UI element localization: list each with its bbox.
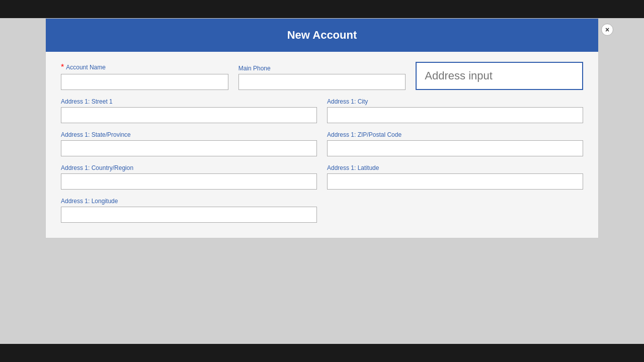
country-group: Address 1: Country/Region xyxy=(61,164,317,190)
city-label: Address 1: City xyxy=(327,98,583,105)
account-name-input[interactable] xyxy=(61,74,228,90)
country-label: Address 1: Country/Region xyxy=(61,164,317,171)
state-label: Address 1: State/Province xyxy=(61,131,317,138)
main-phone-group: Main Phone xyxy=(238,65,406,90)
city-input[interactable] xyxy=(327,107,583,123)
latitude-input[interactable] xyxy=(327,173,583,190)
latitude-group: Address 1: Latitude xyxy=(327,164,583,190)
city-group: Address 1: City xyxy=(327,98,583,123)
zip-input[interactable] xyxy=(327,140,583,156)
state-input[interactable] xyxy=(61,140,317,156)
bottom-bar xyxy=(0,344,644,362)
top-row: * Account Name Main Phone xyxy=(61,62,583,90)
zip-label: Address 1: ZIP/Postal Code xyxy=(327,131,583,138)
main-phone-input[interactable] xyxy=(238,74,406,90)
address-section: Address 1: Street 1 Address 1: City Addr… xyxy=(61,98,583,223)
modal-header: New Account xyxy=(46,19,598,52)
modal-body: * Account Name Main Phone Address 1: Str… xyxy=(46,52,598,238)
address-input-wrapper xyxy=(416,62,583,90)
country-input[interactable] xyxy=(61,173,317,190)
street1-group: Address 1: Street 1 xyxy=(61,98,317,123)
account-name-label: Account Name xyxy=(66,64,106,71)
longitude-input[interactable] xyxy=(61,207,317,223)
account-name-label-row: * Account Name xyxy=(61,63,228,72)
main-phone-label: Main Phone xyxy=(238,65,406,72)
modal-wrapper: New Account × * Account Name Main Phone xyxy=(0,18,644,344)
longitude-group: Address 1: Longitude xyxy=(61,198,317,223)
modal: New Account × * Account Name Main Phone xyxy=(45,18,599,238)
street1-input[interactable] xyxy=(61,107,317,123)
account-name-group: * Account Name xyxy=(61,63,228,90)
close-button[interactable]: × xyxy=(601,24,613,36)
required-star: * xyxy=(61,63,64,72)
address-input-field[interactable] xyxy=(416,62,583,90)
modal-title: New Account xyxy=(287,29,357,41)
zip-group: Address 1: ZIP/Postal Code xyxy=(327,131,583,156)
latitude-label: Address 1: Latitude xyxy=(327,164,583,171)
state-group: Address 1: State/Province xyxy=(61,131,317,156)
street1-label: Address 1: Street 1 xyxy=(61,98,317,105)
top-bar xyxy=(0,0,644,18)
longitude-label: Address 1: Longitude xyxy=(61,198,317,205)
